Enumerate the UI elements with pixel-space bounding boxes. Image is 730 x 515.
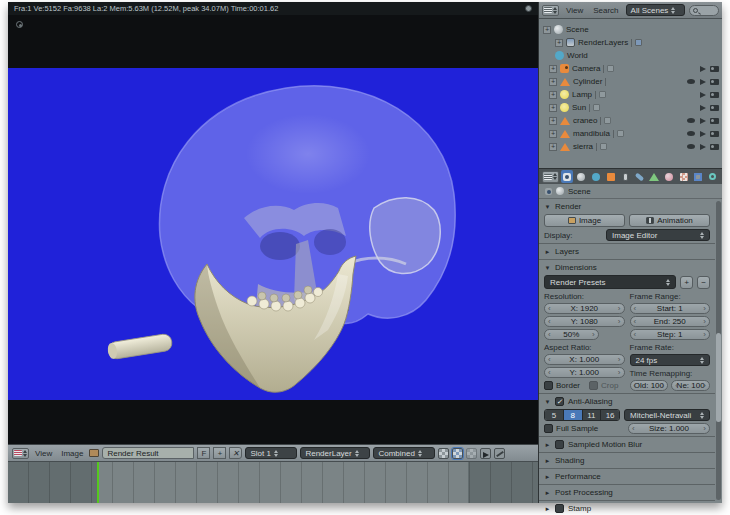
renderable-toggle-icon[interactable] [710,92,719,98]
aa-sample-8-button[interactable]: 8 [564,410,583,420]
editor-type-icon[interactable] [542,171,559,183]
display-dropdown[interactable]: Image Editor [606,229,710,241]
frame-start-field[interactable]: Start: 1 [630,303,711,314]
tab-physics[interactable] [706,170,719,183]
visibility-toggle-icon[interactable] [687,131,695,136]
remove-preset-button[interactable]: − [697,276,710,289]
resolution-x-field[interactable]: X: 1920 [544,303,625,314]
outliner-row-world[interactable]: World [539,49,722,62]
expand-icon[interactable]: + [555,39,563,47]
image-menu[interactable]: Image [58,449,86,458]
line-sample-icon[interactable] [494,448,505,459]
renderable-toggle-icon[interactable] [710,105,719,111]
expand-icon[interactable]: + [549,130,557,138]
stamp-panel-header[interactable]: ► ✓ Stamp [539,502,715,515]
tab-particles[interactable] [692,170,705,183]
tab-texture[interactable] [677,170,690,183]
slot-dropdown[interactable]: Slot 1 [245,447,297,459]
selectable-toggle-icon[interactable] [700,92,706,98]
aa-sample-5-button[interactable]: 5 [545,410,564,420]
resolution-percentage-field[interactable]: 50% [544,329,599,340]
layers-panel-header[interactable]: ► Layers [539,245,715,258]
post-processing-panel-header[interactable]: ► Post Processing [539,486,715,499]
outliner-row-cylinder[interactable]: + Cylinder [539,75,722,88]
pin-icon[interactable] [545,188,552,195]
image-name-field[interactable]: Render Result [102,447,194,459]
render-image-button[interactable]: Image [544,214,625,227]
selectable-toggle-icon[interactable] [700,118,706,124]
sampled-motion-blur-panel-header[interactable]: ► ✓ Sampled Motion Blur [539,438,715,451]
renderable-toggle-icon[interactable] [710,131,719,137]
search-menu[interactable]: Search [590,6,621,15]
alpha-channel-icon[interactable] [466,448,477,459]
anti-aliasing-panel-header[interactable]: ▼ ✓ Anti-Aliasing [539,395,715,408]
render-animation-button[interactable]: Animation [629,214,710,227]
renderable-toggle-icon[interactable] [710,66,719,72]
tab-render[interactable] [561,170,574,183]
outliner-row-renderlayers[interactable]: + RenderLayers [539,36,722,49]
frame-rate-dropdown[interactable]: 24 fps [630,354,711,366]
selectable-toggle-icon[interactable] [700,105,706,111]
remap-old-field[interactable]: Old: 100 [630,380,669,391]
render-presets-dropdown[interactable]: Render Presets [544,275,676,289]
border-checkbox[interactable]: ✓ [544,381,553,390]
timeline[interactable] [8,462,538,503]
outliner-row-sun[interactable]: + Sun [539,101,722,114]
stamp-checkbox[interactable]: ✓ [555,504,564,513]
add-preset-button[interactable]: + [680,276,693,289]
unlink-image-button[interactable]: ✕ [229,447,242,459]
view-menu[interactable]: View [32,449,55,458]
tab-scene[interactable] [575,170,588,183]
render-panel-header[interactable]: ▼ Render [539,200,715,213]
dimensions-panel-header[interactable]: ▼ Dimensions [539,261,715,274]
frame-step-field[interactable]: Step: 1 [630,329,711,340]
expand-icon[interactable]: + [549,143,557,151]
tab-object[interactable] [604,170,617,183]
expand-icon[interactable]: + [549,91,557,99]
current-frame-playhead[interactable] [97,462,99,503]
outliner-row-sierra[interactable]: + sierra [539,140,722,153]
performance-panel-header[interactable]: ► Performance [539,470,715,483]
resolution-y-field[interactable]: Y: 1080 [544,316,625,327]
tab-modifiers[interactable] [634,170,647,183]
selectable-toggle-icon[interactable] [700,131,706,137]
render-layer-dropdown[interactable]: RenderLayer [300,447,370,459]
full-sample-checkbox[interactable]: ✓ [544,424,553,433]
outliner-row-craneo[interactable]: + craneo [539,114,722,127]
outliner-row-scene[interactable]: + Scene [539,23,722,36]
aa-size-field[interactable]: Size: 1.000 [628,423,710,434]
tab-object-data[interactable] [648,170,661,183]
editor-type-icon[interactable] [12,448,29,459]
expand-icon[interactable]: + [549,65,557,73]
zbuffer-channel-icon[interactable] [480,448,491,459]
renderable-toggle-icon[interactable] [710,79,719,85]
fake-user-button[interactable]: F [197,447,210,459]
view-menu[interactable]: View [563,6,586,15]
visibility-toggle-icon[interactable] [687,144,695,149]
aspect-x-field[interactable]: X: 1.000 [544,354,625,365]
new-image-button[interactable]: + [213,447,226,459]
remap-new-field[interactable]: Ne: 100 [671,380,710,391]
rgba-channel-icon[interactable] [452,448,463,459]
tab-material[interactable] [663,170,676,183]
tab-constraints[interactable] [619,170,632,183]
render-pass-dropdown[interactable]: Combined [373,447,435,459]
frame-end-field[interactable]: End: 250 [630,316,711,327]
outliner-row-lamp[interactable]: + Lamp [539,88,722,101]
renderable-toggle-icon[interactable] [710,118,719,124]
outliner-row-camera[interactable]: + Camera [539,62,722,75]
outliner-row-mandibula[interactable]: + mandibula [539,127,722,140]
visibility-toggle-icon[interactable] [687,118,695,123]
expand-icon[interactable]: + [549,117,557,125]
selectable-toggle-icon[interactable] [700,66,706,72]
aspect-y-field[interactable]: Y: 1.000 [544,367,625,378]
selectable-toggle-icon[interactable] [700,79,706,85]
rgb-channel-icon[interactable] [438,448,449,459]
sampled-motion-blur-checkbox[interactable]: ✓ [555,440,564,449]
selectable-toggle-icon[interactable] [700,144,706,150]
expand-icon[interactable]: + [543,26,551,34]
gear-icon[interactable] [525,5,532,12]
expand-icon[interactable]: + [549,104,557,112]
aa-sample-16-button[interactable]: 16 [601,410,619,420]
shading-panel-header[interactable]: ► Shading [539,454,715,467]
